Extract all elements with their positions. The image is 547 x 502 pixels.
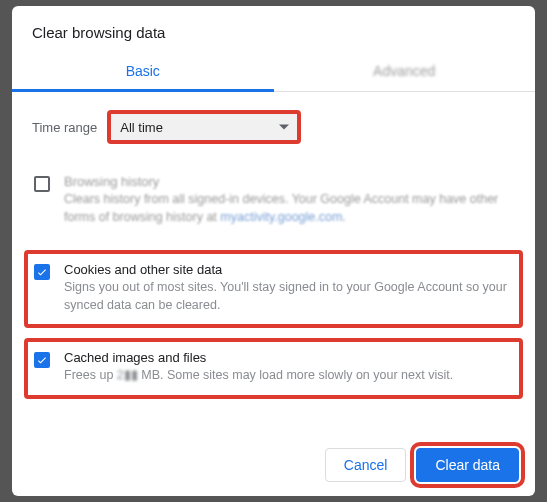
tab-advanced[interactable]: Advanced [274, 53, 536, 91]
cancel-button[interactable]: Cancel [325, 448, 407, 482]
chevron-down-icon [279, 125, 289, 130]
myactivity-link[interactable]: myactivity.google.com [220, 210, 342, 224]
option-text: Browsing history Clears history from all… [64, 174, 513, 226]
option-title: Browsing history [64, 174, 513, 189]
option-browsing-history: Browsing history Clears history from all… [26, 164, 521, 238]
option-desc: Clears history from all signed-in device… [64, 191, 513, 226]
option-title: Cached images and files [64, 350, 513, 365]
checkbox-browsing-history[interactable] [34, 176, 50, 192]
time-range-select[interactable]: All time [109, 112, 299, 142]
dialog-body: Time range All time Browsing history Cle… [12, 92, 535, 438]
tab-basic[interactable]: Basic [12, 53, 274, 91]
option-cache: Cached images and files Frees up 2▮▮ MB.… [26, 340, 521, 397]
option-desc: Signs you out of most sites. You'll stay… [64, 279, 513, 314]
checkbox-cache[interactable] [34, 352, 50, 368]
checkbox-cookies[interactable] [34, 264, 50, 280]
cache-size-value: 2▮▮ [117, 367, 138, 385]
option-title: Cookies and other site data [64, 262, 513, 277]
time-range-row: Time range All time [32, 112, 515, 142]
dialog-footer: Cancel Clear data [12, 438, 535, 482]
tabs: Basic Advanced [12, 53, 535, 92]
option-text: Cookies and other site data Signs you ou… [64, 262, 513, 314]
option-text: Cached images and files Frees up 2▮▮ MB.… [64, 350, 513, 385]
time-range-label: Time range [32, 120, 97, 135]
check-icon [36, 266, 48, 278]
clear-data-button[interactable]: Clear data [416, 448, 519, 482]
time-range-value: All time [120, 120, 163, 135]
check-icon [36, 354, 48, 366]
clear-browsing-data-dialog: Clear browsing data Basic Advanced Time … [12, 6, 535, 496]
option-desc: Frees up 2▮▮ MB. Some sites may load mor… [64, 367, 513, 385]
dialog-title: Clear browsing data [12, 24, 535, 53]
option-cookies: Cookies and other site data Signs you ou… [26, 252, 521, 326]
